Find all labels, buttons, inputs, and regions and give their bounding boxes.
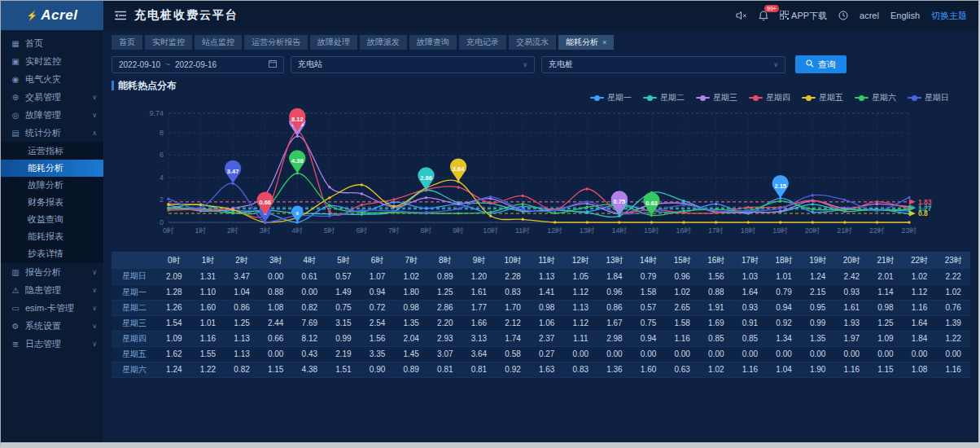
table-value-cell: 0.86 [225,300,259,315]
legend-item-星期一[interactable]: 星期一 [590,92,632,103]
sidebar-item-隐患管理[interactable]: ⚠隐患管理∨ [1,281,103,299]
sidebar-subitem-抄表详情[interactable]: 抄表详情 [1,245,103,262]
chart-marker-pin: 0 [291,206,304,222]
clock-icon[interactable] [838,11,848,20]
table-value-cell: 1.69 [699,315,733,331]
sidebar-item-esim-卡管理[interactable]: ▭esim-卡管理∨ [1,299,103,317]
table-hour-header: 17时 [733,252,768,269]
sidebar-subitem-财务报表[interactable]: 财务报表 [1,194,103,211]
x-tick-label: 20时 [805,226,820,235]
date-end: 2022-09-16 [175,60,217,69]
sidebar-item-系统设置[interactable]: ⚙系统设置∨ [1,317,103,335]
search-button[interactable]: 查询 [795,55,847,73]
sidebar-item-统计分析[interactable]: ▤统计分析∧ [1,124,103,142]
table-hour-header: 16时 [699,252,733,269]
tab-能耗分析[interactable]: 能耗分析× [558,35,614,50]
tab-label: 故障处理 [317,37,350,46]
legend-item-星期五[interactable]: 星期五 [802,92,843,103]
avg-line-label: 0.8 [918,209,928,217]
table-value-cell: 1.84 [903,331,937,346]
sidebar-subitem-能耗分析[interactable]: 能耗分析 [1,160,103,177]
legend-marker-icon [643,97,657,99]
table-value-cell: 2.86 [428,300,462,315]
table-hour-header: 13时 [597,252,632,269]
table-value-cell: 2.28 [496,269,530,284]
settings-icon: ⚙ [11,322,20,331]
x-tick-label: 4时 [291,226,303,235]
line-chart: 0时1时2时3时4时5时6时7时8时9时10时11时12时13时14时15时16… [112,103,970,247]
y-tick-label: 9.74 [149,109,164,117]
table-value-cell: 0.88 [699,284,733,300]
table-value-cell: 1.09 [868,331,903,346]
tab-实时监控[interactable]: 实时监控 [145,35,192,50]
tab-站点监控[interactable]: 站点监控 [195,35,242,50]
x-tick-label: 8时 [421,226,432,235]
sidebar-item-日志管理[interactable]: ≣日志管理∨ [1,335,103,353]
language-switch[interactable]: English [890,11,920,20]
table-value-cell: 0.93 [733,300,768,315]
x-tick-label: 6时 [356,226,367,235]
legend-item-星期六[interactable]: 星期六 [855,92,896,103]
table-hour-header: 2时 [225,252,259,269]
tab-首页[interactable]: 首页 [112,35,142,50]
username[interactable]: acrel [860,11,879,20]
app-download-label: APP下载 [791,10,827,22]
table-hour-header: 8时 [428,252,462,269]
table-value-cell: 0.72 [361,300,395,315]
tab-故障查询[interactable]: 故障查询 [409,35,457,50]
tab-故障处理[interactable]: 故障处理 [310,35,357,50]
table-value-cell: 0.85 [699,331,733,346]
table-value-cell: 0.00 [835,346,869,362]
sidebar-subitem-运营指标[interactable]: 运营指标 [1,143,103,160]
legend-item-星期二[interactable]: 星期二 [643,92,685,103]
sidebar-subitem-能耗报表[interactable]: 能耗报表 [1,228,103,245]
app-download-link[interactable]: APP下载 [780,10,827,22]
table-hour-header: 4时 [293,252,327,269]
table-value-cell: 0.00 [903,346,937,362]
sidebar-item-故障管理[interactable]: ◎故障管理∨ [1,106,103,124]
x-tick-label: 23时 [901,226,917,235]
home-icon: ▦ [11,39,20,48]
legend-item-星期日[interactable]: 星期日 [908,92,949,103]
sidebar-item-label: 报告分析 [25,266,61,279]
legend-item-星期四[interactable]: 星期四 [749,92,790,103]
sidebar-subitem-故障分析[interactable]: 故障分析 [1,177,103,194]
chevron-icon: ∨ [92,323,97,330]
tab-交易流水[interactable]: 交易流水 [509,35,556,50]
switch-theme-link[interactable]: 切换主题 [931,10,967,22]
date-separator: ~ [165,60,170,69]
table-value-cell: 2.04 [394,331,428,346]
sidebar-item-实时监控[interactable]: ▣实时监控 [1,52,103,70]
tab-label: 能耗分析 [566,37,598,46]
sidebar-subitem-收益查询[interactable]: 收益查询 [1,211,103,228]
table-value-cell: 2.12 [496,315,530,331]
sidebar-item-电气火灾[interactable]: ◉电气火灾 [1,70,103,88]
sidebar-item-首页[interactable]: ▦首页 [1,34,103,52]
table-value-cell: 1.45 [394,346,428,362]
date-range-picker[interactable]: 2022-09-10 ~ 2022-09-16 [112,56,284,73]
speaker-muted-icon[interactable] [736,11,747,20]
station-select[interactable]: 充电站 ∨ [291,56,535,73]
table-value-cell: 1.02 [903,269,937,284]
legend-marker-icon [855,97,868,99]
notification-bell-icon[interactable]: 99+ [759,11,768,21]
tab-close-icon[interactable]: × [602,38,606,46]
table-value-cell: 3.47 [225,269,259,284]
table-row-label: 星期一 [112,284,157,300]
sidebar-collapse-icon[interactable] [115,11,126,20]
tab-label: 充电记录 [466,37,499,46]
table-value-cell: 0.96 [665,269,699,284]
tab-运营分析报告[interactable]: 运营分析报告 [244,35,308,50]
sidebar-item-报告分析[interactable]: ▥报告分析∨ [1,263,103,281]
pile-select[interactable]: 充电桩 ∨ [541,56,785,73]
tab-充电记录[interactable]: 充电记录 [459,35,506,50]
table-value-cell: 1.12 [903,284,937,300]
table-row-星期日: 星期日2.091.313.470.000.610.571.071.020.891… [112,269,970,284]
table-value-cell: 1.25 [868,315,903,331]
sidebar-item-交易管理[interactable]: ⊕交易管理∨ [1,88,103,106]
legend-item-星期三[interactable]: 星期三 [696,92,737,103]
table-value-cell: 0.90 [361,362,395,377]
tab-故障派发[interactable]: 故障派发 [360,35,407,50]
table-value-cell: 0.61 [293,269,327,284]
table-value-cell: 3.64 [462,346,497,362]
